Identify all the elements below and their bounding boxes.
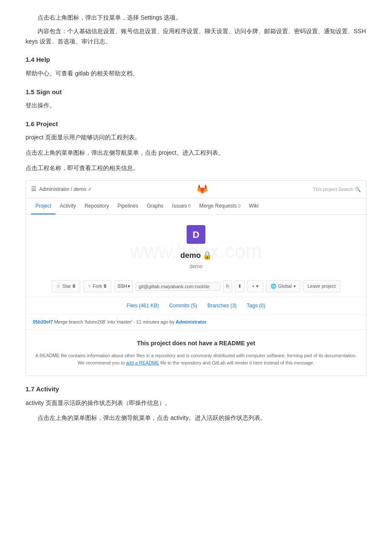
intro-line-1: 点击右上角图标，弹出下拉菜单，选择 Settings 选项。 [26,13,366,23]
tags-stat[interactable]: Tags (0) [247,301,265,310]
nav-wiki-label: Wiki [249,203,259,209]
commit-author[interactable]: Administrator [176,319,207,324]
section-1-4: 1.4 Help 帮助中心。可查看 gitlab 的相关帮助文档。 [26,54,366,78]
section-heading-1-7: 1.7 Activity [26,384,366,395]
fork-icon: ⑂ [88,282,91,290]
star-button[interactable]: ☆ Star 0 [52,280,80,292]
nav-merge-label: Merge Requests [199,203,236,209]
commit-message: Merge branch 'future208' into 'master' ·… [54,319,174,324]
download-button[interactable]: ⬇ [235,280,245,292]
ssh-row: SSH ▾ ⎘ ⬇ + ▾ 🌐 Global ▾ Leave project [115,280,340,292]
page-content: 点击右上角图标，弹出下拉菜单，选择 Settings 选项。 内容包含：个人基础… [0,0,392,555]
gitlab-topbar: ☰ Administrator / demo ✓ This project Se… [26,181,366,198]
nav-tab-wiki[interactable]: Wiki [245,198,263,214]
nav-graphs-label: Graphs [147,203,163,209]
readme-box: This project does not have a README yet … [26,330,366,376]
branches-stat[interactable]: Branches (3) [208,301,237,310]
breadcrumb[interactable]: Administrator / demo ✓ [39,185,92,194]
readme-line2-suffix: file to the repository and GitLab will r… [160,360,314,365]
globe-icon: 🌐 [271,282,277,290]
readme-add-link[interactable]: add a README [126,360,159,365]
ssh-dropdown[interactable]: SSH ▾ [115,280,133,292]
nav-pipelines-label: Pipelines [118,203,138,209]
readme-line2-prefix: We recommend you to [78,360,124,365]
section-body-1-5: 登出操作。 [26,101,366,111]
commit-hash[interactable]: 05b20ef7 [33,319,53,324]
star-count: 0 [72,282,75,290]
leave-project-button[interactable]: Leave project [303,280,340,292]
global-button[interactable]: 🌐 Global ▾ [266,280,300,292]
gitlab-logo-icon [196,183,208,195]
fork-count: 0 [104,282,107,290]
project-stats: Files (461 KB) Commits (5) Branches (3) … [26,297,366,315]
nav-tab-graphs[interactable]: Graphs [142,198,167,214]
section-heading-1-5: 1.5 Sign out [26,87,366,98]
repo-url-input[interactable] [135,282,221,291]
lock-icon: 🔒 [202,251,212,260]
section-body3-1-6: 点击工程名称，即可查看工程的相关信息。 [26,163,366,173]
nav-project-label: Project [35,203,51,209]
readme-title: This project does not have a README yet [33,338,359,349]
star-icon: ☆ [56,282,61,290]
nav-repository-label: Repository [84,203,109,209]
commits-stat[interactable]: Commits (5) [169,301,197,310]
section-1-7: 1.7 Activity activity 页面显示活跃的操作状态列表（即操作信… [26,384,366,423]
files-stat[interactable]: Files (461 KB) [127,301,159,310]
intro-block: 点击右上角图标，弹出下拉菜单，选择 Settings 选项。 内容包含：个人基础… [26,13,366,46]
section-1-5: 1.5 Sign out 登出操作。 [26,87,366,111]
search-icon[interactable]: 🔍 [355,185,361,194]
copy-button[interactable]: ⎘ [223,280,232,292]
readme-line2: We recommend you to add a README file to… [33,359,359,367]
commit-row: 05b20ef7 Merge branch 'future208' into '… [26,315,366,330]
avatar-letter: D [193,227,199,243]
nav-tab-activity[interactable]: Activity [55,198,80,214]
gitlab-screenshot: ☰ Administrator / demo ✓ This project Se… [26,180,366,376]
star-label: Star [62,282,71,290]
readme-line1: A README file contains information about… [33,352,359,360]
section-body2-1-6: 点击左上角的菜单图标，弹出左侧导航菜单，点击 project。进入工程列表。 [26,148,366,158]
project-actions: ☆ Star 0 ⑂ Fork 0 SSH ▾ ⎘ ⬇ [26,276,366,297]
global-label: Global [278,282,292,290]
add-button[interactable]: + ▾ [247,280,263,292]
section-body2-1-7: 点击左上角的菜单图标，弹出左侧导航菜单，点击 activity。进入活跃的操作状… [26,413,366,423]
chevron-global-icon: ▾ [294,283,296,290]
hamburger-icon[interactable]: ☰ [31,184,37,194]
search-label: This project Search [313,185,353,194]
section-heading-1-6: 1.6 Project [26,119,366,130]
nav-activity-label: Activity [60,203,76,209]
nav-merge-badge: 0 [238,204,241,208]
project-subname: demo [190,262,202,271]
section-heading-1-4: 1.4 Help [26,54,366,65]
nav-tab-pipelines[interactable]: Pipelines [113,198,143,214]
project-avatar: D [187,225,205,244]
topbar-left: ☰ Administrator / demo ✓ [31,184,92,194]
nav-tab-merge-requests[interactable]: Merge Requests 0 [195,198,245,214]
project-hero: D www.bdox.com demo 🔒 demo ☆ Star 0 [26,215,366,376]
fork-button[interactable]: ⑂ Fork 0 [84,280,111,292]
section-body1-1-7: activity 页面显示活跃的操作状态列表（即操作信息）。 [26,398,366,408]
section-1-6: 1.6 Project project 页面显示用户能够访问的工程列表。 点击左… [26,119,366,173]
section-body-1-4: 帮助中心。可查看 gitlab 的相关帮助文档。 [26,69,366,79]
nav-issues-label: Issues [172,203,187,209]
chevron-down-icon: ▾ [128,283,130,290]
gitlab-nav: Project Activity Repository Pipelines Gr… [26,198,366,215]
intro-line-2: 内容包含：个人基础信息设置、账号信息设置、应用程序设置、聊天设置、访问令牌、邮箱… [26,26,366,47]
nav-tab-repository[interactable]: Repository [80,198,113,214]
ssh-label: SSH [118,282,127,290]
section-body1-1-6: project 页面显示用户能够访问的工程列表。 [26,133,366,143]
project-hero-content: D www.bdox.com demo 🔒 demo [26,215,366,276]
project-name: demo [180,251,201,260]
fork-label: Fork [93,282,102,290]
topbar-right: This project Search 🔍 [313,185,361,194]
nav-tab-project[interactable]: Project [31,198,55,214]
nav-issues-badge: 0 [188,204,191,208]
nav-tab-issues[interactable]: Issues 0 [168,198,195,214]
topbar-center [95,183,309,195]
